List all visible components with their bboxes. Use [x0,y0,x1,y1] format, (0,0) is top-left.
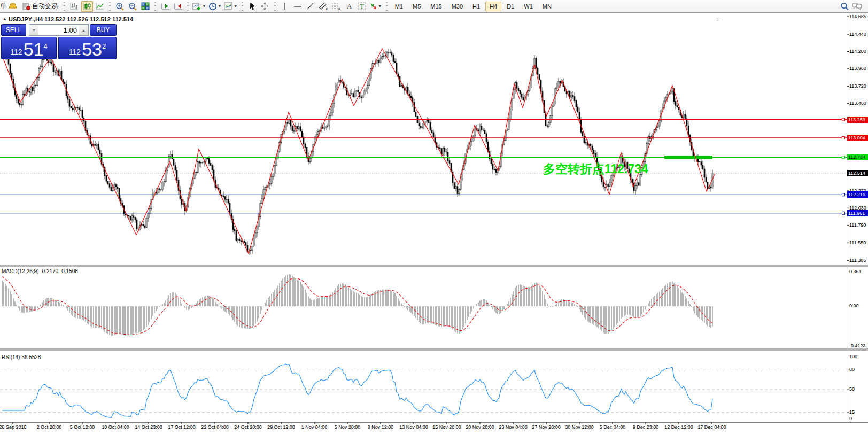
sell-price-prefix: 112 [10,48,22,56]
rsi-label: RSI(14) 36.5528 [2,354,41,360]
chevron-down-icon: ▼ [218,4,222,9]
time-axis-label: 2 Oct 20:00 [37,424,62,430]
buy-price-pip: 2 [102,42,106,50]
chart-canvas[interactable] [0,0,868,434]
sell-price[interactable]: 112 51 4 [1,37,57,59]
text-tool-icon[interactable]: A [343,1,355,12]
clock-icon [208,2,217,11]
time-axis-label: 9 Dec 23:00 [633,424,659,430]
zoom-in-icon[interactable] [114,1,126,12]
time-axis-label: 17 Dec 04:00 [698,424,726,430]
zoom-out-icon[interactable] [127,1,138,12]
sell-button[interactable]: SELL [1,24,26,36]
bar-chart-icon[interactable] [68,1,80,12]
search-icon[interactable] [839,1,850,12]
time-axis-label: 27 Nov 20:00 [532,424,561,430]
separator [274,2,276,11]
symbol-period-label: USDJPY-,H4 [9,16,43,22]
buy-button[interactable]: BUY [90,24,117,36]
price-line-badge: 113.259 [847,117,868,123]
price-tick-label: 114.200 [849,49,866,54]
buy-price[interactable]: 112 53 2 [58,37,117,59]
time-axis-label: 5 Dec 04:00 [600,424,626,430]
price-tick-label: 111.550 [849,240,866,245]
price-line-badge: 112.514 [847,170,868,176]
time-axis-label: 12 Dec 12:00 [664,424,693,430]
chart-shift-marker[interactable]: ⌐ [717,17,720,23]
volume-increase-button[interactable]: ▲ [79,25,88,35]
cursor-icon[interactable] [246,1,258,12]
timeframe-H1[interactable]: H1 [468,2,484,11]
macd-axis-label: 0.361 [849,269,862,274]
macd-label: MACD(12,26,9) -0.2170 -0.1508 [2,268,78,274]
tile-windows-icon[interactable] [140,1,151,12]
separator [242,2,243,11]
timeframe-MN[interactable]: MN [538,2,556,11]
rsi-axis-label: 50 [849,386,855,392]
price-tick-label: 114.685 [849,14,866,19]
collapse-arrow-icon[interactable]: ▲ [3,17,7,21]
price-tick-label: 114.440 [849,32,866,37]
svg-text:E: E [326,7,328,11]
template-icon [224,2,233,10]
trendline-tool-icon[interactable] [305,1,316,12]
timeframe-M1[interactable]: M1 [391,2,407,11]
time-axis-label: 10 Oct 04:00 [102,424,129,430]
arrows-tool-button[interactable]: ▼ [369,1,383,12]
price-tick-label: 111.305 [849,258,866,263]
separator [154,2,156,11]
new-order-icon[interactable] [7,1,19,12]
time-axis-label: 30 Nov 12:00 [565,424,594,430]
price-tick-label: 111.790 [849,222,866,228]
time-axis-label: 15 Nov 20:00 [432,424,461,430]
separator [187,2,189,11]
buy-price-prefix: 112 [69,48,81,56]
chevron-down-icon: ▼ [202,4,206,9]
price-tick-label: 113.480 [849,100,866,106]
sell-price-pip: 4 [43,42,47,50]
time-axis-label: 22 Oct 04:00 [201,424,229,430]
fibonacci-tool-icon[interactable]: F [330,1,342,12]
price-tick-label: 113.720 [849,83,866,89]
chart-shift-icon[interactable] [172,1,184,12]
equidistant-channel-tool-icon[interactable]: E [317,1,329,12]
horizontal-line-tool-icon[interactable] [292,1,304,12]
rsi-axis-label: 15 [849,409,855,415]
price-line-badge: 112.734 [847,154,868,160]
timeframe-M30[interactable]: M30 [447,2,467,11]
autotrading-label: 自动交易 [32,2,58,11]
chevron-down-icon: ▼ [378,4,382,9]
templates-button[interactable]: ▼ [223,1,238,12]
time-axis-label: 20 Nov 20:00 [466,424,494,430]
candlestick-chart-icon[interactable] [81,1,93,12]
timeframe-M5[interactable]: M5 [408,2,425,11]
arrows-tool-icon [369,2,377,10]
timeframe-W1[interactable]: W1 [520,2,537,11]
ohlc-values: 112.522 112.526 112.512 112.514 [44,16,133,22]
time-axis-label: 24 Oct 20:00 [234,424,262,430]
timeframe-M15[interactable]: M15 [426,2,446,11]
text-label-tool-icon[interactable]: T [356,1,368,12]
svg-text:A: A [347,2,352,10]
svg-text:T: T [360,3,364,10]
periods-button[interactable]: ▼ [208,1,222,12]
volume-value[interactable]: 1.00 [38,26,79,34]
chevron-down-icon: ▼ [234,4,238,9]
indicators-icon [192,2,201,11]
vertical-line-tool-icon[interactable] [279,1,291,12]
volume-decrease-button[interactable]: ▼ [29,25,38,35]
indicators-button[interactable]: ▼ [192,1,207,12]
autotrading-button[interactable]: 自动交易 [20,1,60,12]
new-order-label[interactable]: 单 [0,2,6,11]
chat-icon[interactable] [851,1,863,12]
separator [109,2,111,11]
time-axis-label: 1 Nov 04:00 [301,424,328,430]
timeframe-H4[interactable]: H4 [485,2,501,11]
rsi-axis-label: 0 [849,416,852,421]
auto-scroll-icon[interactable] [159,1,171,12]
time-axis-label: 14 Oct 23:00 [135,424,162,430]
timeframe-D1[interactable]: D1 [502,2,518,11]
line-chart-icon[interactable] [94,1,106,12]
time-axis-label: 29 Oct 12:00 [267,424,295,430]
crosshair-icon[interactable] [259,1,271,12]
